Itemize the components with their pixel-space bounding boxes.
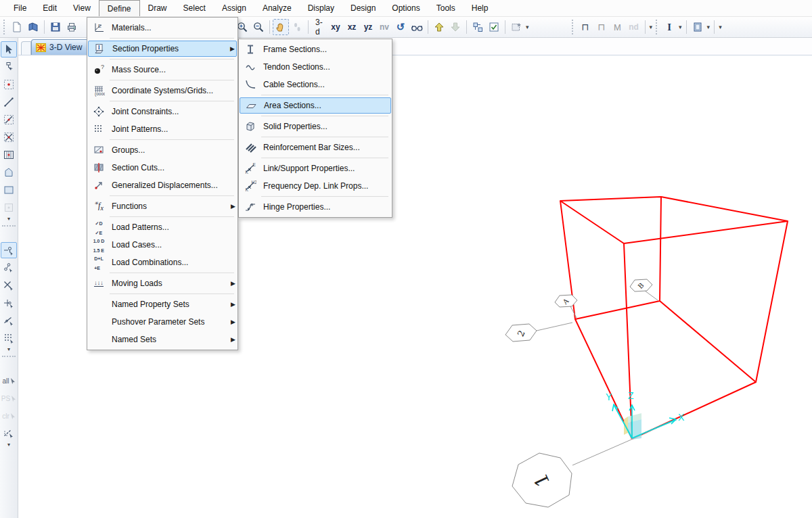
menu-draw[interactable]: Draw (140, 0, 175, 16)
move-up-in-list-button[interactable] (431, 19, 447, 35)
snap-to-joints-button[interactable] (1, 242, 17, 258)
section-dropdown[interactable]: ▾ (648, 24, 654, 30)
nd-button[interactable]: nd (626, 19, 642, 35)
view-3d-button[interactable]: 3-d (311, 19, 328, 35)
snap-to-intersections-button[interactable] (1, 277, 17, 293)
menu-separator (239, 195, 392, 198)
menu-item-materials[interactable]: E Materials... (87, 19, 238, 37)
menu-edit[interactable]: Edit (35, 0, 65, 16)
draw-rect-area-button[interactable] (1, 182, 17, 198)
menu-item-joint-constraints[interactable]: Joint Constraints... (87, 103, 238, 120)
tab-3d-view[interactable]: 3-D View (31, 39, 91, 55)
frame-section-a-button[interactable]: ⊓ (577, 19, 593, 35)
plane-nv-button[interactable]: nv (376, 19, 392, 35)
snap-dropdown[interactable]: ▾ (7, 347, 10, 353)
menu-select[interactable]: Select (175, 0, 214, 16)
submenu-item-frame-sections[interactable]: Frame Sections... (239, 41, 392, 58)
snap-to-joints-icon (3, 244, 15, 256)
zoom-out-button[interactable] (250, 19, 267, 35)
area-display-icon (692, 21, 704, 33)
quick-draw-secondary-beams-button[interactable] (1, 147, 17, 163)
menu-item-generalized-displacements[interactable]: Generalized Displacements... (87, 176, 238, 194)
select-mode-dropdown[interactable]: ▾ (7, 442, 10, 448)
draw-joint-button[interactable] (1, 76, 17, 93)
submenu-item-frequency-dep-link-props[interactable]: KH2 Frequency Dep. Link Props... (239, 177, 392, 195)
draw-poly-area-button[interactable] (1, 164, 17, 181)
new-file-button[interactable] (9, 19, 25, 35)
draw-frame-button[interactable] (1, 94, 17, 110)
joint-patterns-icon (89, 123, 108, 135)
snap-to-perpendicular-button[interactable] (1, 295, 17, 311)
menu-options[interactable]: Options (384, 0, 428, 16)
menu-item-joint-patterns[interactable]: Joint Patterns... (87, 120, 238, 138)
submenu-item-cable-sections[interactable]: Cable Sections... (239, 76, 392, 93)
select-objects-button[interactable] (470, 19, 486, 35)
pan-button[interactable] (273, 19, 289, 35)
menu-tools[interactable]: Tools (428, 0, 464, 16)
frame-section-b-button[interactable]: ⊓ (593, 19, 610, 35)
quick-draw-braces-button[interactable] (1, 129, 17, 145)
menu-item-mass-source[interactable]: ? Mass Source... (87, 61, 238, 78)
menu-item-named-sets[interactable]: Named Sets ▶ (87, 331, 238, 348)
snap-to-grid-button[interactable] (1, 330, 17, 346)
menu-assign[interactable]: Assign (214, 0, 254, 16)
inactive-tab-stub[interactable] (21, 41, 31, 55)
quick-draw-frame-button[interactable] (1, 112, 17, 128)
select-pointer-button[interactable] (1, 41, 17, 57)
menu-define[interactable]: Define (99, 0, 140, 16)
area-display-button[interactable] (690, 19, 706, 35)
i-cursor-dropdown[interactable]: ▾ (677, 24, 683, 30)
submenu-item-reinforcement-bar-sizes[interactable]: Reinforcement Bar Sizes... (239, 139, 392, 156)
submenu-item-hinge-properties[interactable]: Hinge Properties... (239, 198, 392, 216)
submenu-item-solid-properties[interactable]: Solid Properties... (239, 118, 392, 135)
menu-item-named-property-sets[interactable]: Named Property Sets ▶ (87, 296, 238, 313)
menu-help[interactable]: Help (464, 0, 497, 16)
open-file-button[interactable] (25, 19, 41, 35)
menu-item-moving-loads[interactable]: ↓↓↓ Moving Loads ▶ (87, 275, 238, 292)
print-button[interactable] (64, 19, 80, 35)
assign-template-dropdown[interactable]: ▾ (524, 24, 531, 30)
get-previous-selection-button[interactable]: PS (1, 390, 17, 406)
more-tools-dropdown[interactable]: ▾ (717, 24, 723, 30)
frame-section-c-button[interactable]: M (610, 19, 626, 35)
plane-xy-button[interactable]: xy (328, 19, 344, 35)
draw-frame-icon (3, 96, 15, 108)
i-cursor-button[interactable]: I (661, 19, 677, 35)
menu-file[interactable]: File (5, 0, 35, 16)
area-display-dropdown[interactable]: ▾ (706, 24, 712, 30)
menu-analyze[interactable]: Analyze (254, 0, 300, 16)
walk-steps-button[interactable] (289, 19, 305, 35)
menu-display[interactable]: Display (300, 0, 342, 16)
plane-yz-button[interactable]: yz (360, 19, 376, 35)
save-file-button[interactable] (47, 19, 64, 35)
assign-template-icon (510, 21, 522, 33)
menu-item-section-cuts[interactable]: Section Cuts... (87, 159, 238, 176)
menu-item-pushover-parameter-sets[interactable]: Pushover Parameter Sets ▶ (87, 313, 238, 331)
move-down-in-list-button[interactable] (447, 19, 464, 35)
snap-to-midpoints-button[interactable] (1, 260, 17, 276)
menu-item-load-patterns[interactable]: ✓D✓E Load Patterns... (87, 218, 238, 236)
clear-selection-button[interactable]: clr (1, 408, 17, 424)
menu-item-section-properties[interactable]: I Section Properties ▶ (88, 41, 237, 57)
crossing-line-select-button[interactable] (1, 425, 17, 442)
reshape-object-button[interactable] (1, 59, 17, 75)
menu-item-load-combinations[interactable]: D+L+E Load Combinations... (87, 254, 238, 271)
menu-view[interactable]: View (65, 0, 99, 16)
submenu-item-tendon-sections[interactable]: Tendon Sections... (239, 58, 392, 76)
rotate-3d-button[interactable]: ↺ (392, 19, 409, 35)
menu-item-load-cases[interactable]: 1.0 D1.5 E Load Cases... (87, 236, 238, 254)
menu-item-groups[interactable]: Groups... (87, 141, 238, 159)
submenu-item-area-sections[interactable]: Area Sections... (240, 97, 391, 114)
assign-template-button[interactable] (508, 19, 524, 35)
menu-item-functions[interactable]: ✳fx Functions ▶ (87, 197, 238, 215)
options-checkbox-button[interactable] (486, 19, 502, 35)
select-all-button[interactable]: all (1, 373, 17, 389)
menu-item-coordinate-grids[interactable]: (oooo) Coordinate Systems/Grids... (87, 82, 238, 99)
plane-xz-button[interactable]: xz (344, 19, 360, 35)
perspective-button[interactable] (409, 19, 425, 35)
draw-area-dropdown[interactable]: ▾ (7, 216, 10, 222)
submenu-item-link-support-properties[interactable]: KE Link/Support Properties... (239, 160, 392, 177)
snap-to-lines-button[interactable] (1, 312, 17, 329)
menu-design[interactable]: Design (342, 0, 384, 16)
quick-draw-area-button[interactable] (1, 199, 17, 216)
